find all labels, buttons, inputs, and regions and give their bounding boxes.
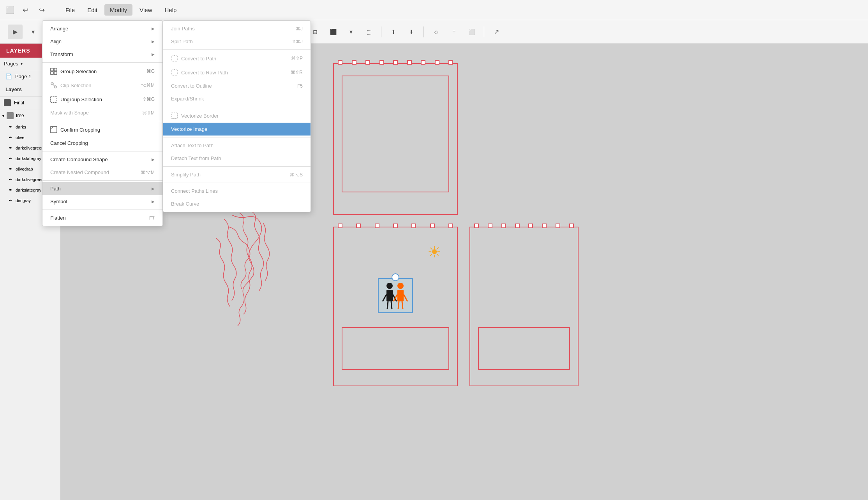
combine-dropdown[interactable]: ▾ — [344, 25, 358, 39]
sep3 — [42, 151, 162, 151]
flatten-label: Flatten — [50, 215, 66, 221]
modify-dropdown: Arrange ▶ Align ▶ Transform ▶ Group Sele… — [42, 20, 163, 226]
path-break-curve[interactable]: Break Curve — [163, 197, 311, 210]
create-compound-arrow: ▶ — [152, 157, 155, 162]
attach-text-label: Attach Text to Path — [171, 143, 213, 148]
simplify-label: Simplify Path — [171, 172, 201, 178]
detach-text-label: Detach Text from Path — [171, 155, 221, 161]
menu-create-compound[interactable]: Create Compound Shape ▶ — [42, 153, 162, 166]
align-btn[interactable]: ≡ — [446, 25, 461, 39]
align-arrow: ▶ — [152, 39, 155, 44]
path-expand-shrink[interactable]: Expand/Shrink — [163, 92, 311, 105]
menu-view[interactable]: View — [134, 4, 157, 16]
menu-modify[interactable]: Modify — [104, 4, 132, 16]
convert-raw-icon — [171, 69, 178, 76]
path-convert-raw[interactable]: Convert to Raw Path ⌘⇧R — [163, 65, 311, 79]
path-detach-text[interactable]: Detach Text from Path — [163, 152, 311, 165]
sep4 — [42, 180, 162, 181]
svg-line-4 — [387, 301, 388, 309]
cancel-crop-label: Cancel Cropping — [50, 140, 88, 146]
menu-group-selection[interactable]: Group Selection ⌘G — [42, 64, 162, 78]
path-convert-path[interactable]: Convert to Path ⌘⇧P — [163, 51, 311, 65]
symbol-arrow: ▶ — [152, 199, 155, 204]
figure-box — [378, 278, 413, 313]
arrange-bwd[interactable]: ⬇ — [404, 25, 419, 39]
menu-clip-selection[interactable]: Clip Selection ⌥⌘M — [42, 78, 162, 92]
menu-create-nested[interactable]: Create Nested Compound ⌘⌥M — [42, 166, 162, 179]
path-attach-text[interactable]: Attach Text to Path — [163, 139, 311, 152]
menu-ungroup-selection[interactable]: Ungroup Selection ⇧⌘G — [42, 92, 162, 106]
sub-layer-label-4: olivedrab — [16, 167, 33, 171]
path-convert-outline[interactable]: Convert to Outline F5 — [163, 79, 311, 92]
symbol-label: Symbol — [50, 199, 67, 204]
path-label: Path — [50, 186, 61, 192]
menu-symbol[interactable]: Symbol ▶ — [42, 195, 162, 208]
svg-line-11 — [402, 301, 403, 309]
sep2 — [42, 121, 162, 121]
figure-handle — [392, 273, 399, 281]
expand-shrink-label: Expand/Shrink — [171, 96, 204, 102]
menu-align[interactable]: Align ▶ — [42, 35, 162, 48]
sub-layer-pen-6: ✒ — [9, 187, 12, 193]
undo-btn[interactable]: ↩ — [18, 3, 33, 18]
svg-line-5 — [391, 301, 392, 309]
menu-help[interactable]: Help — [159, 4, 182, 16]
sub-layer-label-0: darks — [16, 125, 26, 129]
path-sep4 — [163, 166, 311, 167]
group-sel-icon — [50, 68, 57, 75]
select-tool[interactable]: ▶ — [8, 25, 23, 39]
path-vectorize-image[interactable]: Vectorize Image — [163, 123, 311, 136]
group-sel-shortcut: ⌘G — [146, 69, 155, 74]
path-submenu: Join Paths ⌘J Split Path ⇧⌘J Convert to … — [163, 20, 311, 212]
path-connect-lines[interactable]: Connect Paths Lines — [163, 185, 311, 197]
path-simplify[interactable]: Simplify Path ⌘⌥S — [163, 168, 311, 181]
page-icon: 📄 — [5, 73, 12, 79]
create-nested-label: Create Nested Compound — [50, 169, 109, 175]
path-split-path[interactable]: Split Path ⇧⌘J — [163, 35, 311, 48]
confirm-crop-label: Confirm Cropping — [60, 127, 100, 133]
path-ops[interactable]: ◇ — [429, 25, 443, 39]
ungroup-sel-label: Ungroup Selection — [60, 97, 102, 102]
redo-btn[interactable]: ↪ — [34, 3, 49, 18]
clip-sel-icon — [50, 82, 57, 89]
path-sep3 — [163, 137, 311, 137]
menubar: ⬜ ↩ ↪ File Edit Modify View Help — [0, 0, 868, 20]
select-rect[interactable]: ⬜ — [464, 25, 479, 39]
sub-layer-label-5: darkolivegreen — [16, 177, 44, 182]
convert-path-icon — [171, 55, 178, 62]
menu-file[interactable]: File — [60, 4, 80, 16]
vect-border-row: Vectorize Border — [171, 112, 219, 119]
pages-chevron: ▾ — [21, 62, 23, 66]
menu-confirm-cropping[interactable]: Confirm Cropping — [42, 123, 162, 137]
path-join-paths[interactable]: Join Paths ⌘J — [163, 22, 311, 35]
final-layer-label: Final — [14, 100, 24, 106]
svg-line-9 — [404, 294, 408, 301]
arrange-fwd[interactable]: ⬆ — [386, 25, 401, 39]
sep5 — [484, 26, 484, 37]
flatten-shortcut: F7 — [149, 215, 155, 221]
sketch-area — [201, 207, 298, 336]
menu-path[interactable]: Path ▶ — [42, 182, 162, 195]
svg-rect-1 — [386, 290, 393, 301]
menu-edit[interactable]: Edit — [82, 4, 103, 16]
menu-transform[interactable]: Transform ▶ — [42, 48, 162, 61]
convert-raw-label: Convert to Raw Path — [181, 70, 228, 76]
menu-mask-shape[interactable]: Mask with Shape ⌘⇧M — [42, 106, 162, 119]
svg-rect-15 — [54, 72, 57, 74]
arrange-arrow: ▶ — [152, 26, 155, 31]
sub-layer-pen-0: ✒ — [9, 124, 12, 130]
path-vectorize-border[interactable]: Vectorize Border — [163, 109, 311, 123]
select-dropdown[interactable]: ▾ — [26, 25, 41, 39]
clip-btn[interactable]: ⬚ — [362, 25, 376, 39]
toolbar-icon-btn[interactable]: ⬜ — [4, 4, 16, 16]
export-btn[interactable]: ↗ — [489, 25, 504, 39]
menu-arrange[interactable]: Arrange ▶ — [42, 22, 162, 35]
menu-cancel-cropping[interactable]: Cancel Cropping — [42, 137, 162, 150]
sep5 — [42, 210, 162, 210]
combine-btn[interactable]: ⬛ — [326, 25, 340, 39]
bottom-box-br — [478, 327, 570, 370]
confirm-crop-icon — [50, 126, 57, 133]
menu-flatten[interactable]: Flatten F7 — [42, 211, 162, 224]
card-bottom-left: ☀ — [333, 227, 458, 386]
clip-sel-label: Clip Selection — [60, 83, 92, 88]
